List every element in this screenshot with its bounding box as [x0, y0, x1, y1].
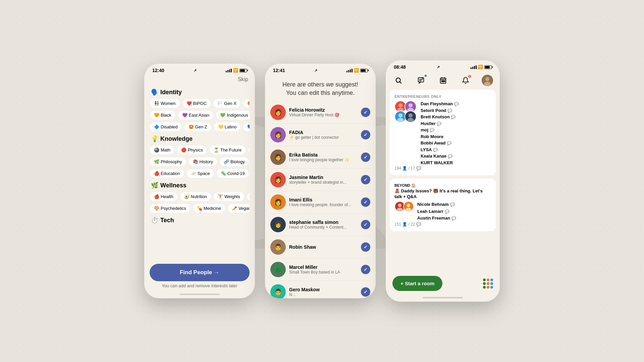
tag-medicine[interactable]: 💊Medicine	[193, 203, 225, 213]
battery-icon-1	[239, 69, 247, 72]
room-label-entrepreneurs: Entrepreneurs Only	[394, 95, 491, 99]
person-info-imani: Imani Ellis I love meeting people. found…	[289, 197, 358, 207]
time-3: 08:48	[394, 64, 406, 70]
check-imani[interactable]	[361, 197, 370, 207]
tag-east-asian[interactable]: 💜East Asian	[178, 110, 214, 120]
check-gero[interactable]	[361, 287, 370, 297]
identity-row-2: 🧡Black 💜East Asian 💚Indigenous	[150, 110, 250, 120]
tag-space[interactable]: 🪐Space	[186, 169, 214, 178]
tag-philosophy[interactable]: 🌿Philosophy	[150, 157, 186, 167]
tag-weights[interactable]: 🏋️Weights	[213, 192, 245, 201]
tag-health[interactable]: 🍎Health	[150, 192, 178, 201]
check-jasmine[interactable]	[361, 175, 370, 184]
person-info-erika: Erika Batista I love bringing people tog…	[289, 152, 358, 162]
notifications-button[interactable]: 3	[460, 74, 472, 86]
user-avatar[interactable]	[482, 75, 493, 86]
tag-biology[interactable]: 🧬Biology	[219, 157, 249, 167]
tag-black[interactable]: 🧡Black	[150, 110, 176, 120]
find-people-label: Find People →	[180, 269, 219, 276]
tag-disabled[interactable]: 🔷Disabled	[150, 122, 182, 132]
status-bar-3: 08:48 ↗ 🛜	[386, 60, 500, 72]
check-marcel[interactable]	[361, 265, 370, 274]
dot-1	[483, 279, 486, 281]
tag-latino[interactable]: 💛Latino	[214, 122, 241, 132]
person-bio-fadia: ⚡ go getter | dot connector	[289, 135, 358, 140]
beyond-p3: Austin Freeman 💬	[417, 215, 491, 222]
person-name-marcel: Marcel Miller	[289, 264, 358, 270]
start-room-button[interactable]: + Start a room	[392, 276, 442, 291]
knowledge-icon: 💡	[151, 135, 158, 142]
tag-psychedelics[interactable]: 🍄Psychedelics	[150, 203, 191, 213]
person-item-imani: 👩 Imani Ellis I love meeting people. fou…	[270, 191, 370, 214]
tag-physics[interactable]: 🔴Physics	[177, 145, 207, 155]
wellness-title: Wellness	[160, 182, 186, 189]
identity-row-3: 🔷Disabled 🤩Gen Z 💛Latino 💙S...	[150, 122, 250, 132]
person-name-fadia: FADIA	[289, 130, 358, 135]
wifi-icon-3: 🛜	[478, 65, 483, 69]
check-felicia[interactable]	[361, 108, 370, 117]
tag-indigenous[interactable]: 💚Indigenous	[216, 110, 250, 120]
search-button[interactable]	[392, 74, 405, 86]
person-name-robin: Robin Shaw	[289, 244, 358, 250]
dot-7	[483, 286, 486, 289]
tag-bipoc[interactable]: ❤️BIPOC	[182, 99, 211, 108]
person-info-robin: Robin Shaw	[289, 244, 358, 250]
tag-w4[interactable]: 🔥...	[247, 192, 250, 201]
tag-genx[interactable]: 🏳️Gen X	[213, 99, 241, 108]
person-bio-erika: I love bringing people together ✨	[289, 158, 358, 162]
entrepreneurs-p4: Hustler 💬	[421, 120, 491, 127]
identity-icon: 🗣️	[151, 88, 158, 96]
tag-ba[interactable]: 🎨Ba...	[243, 99, 250, 108]
person-name-stephanie: stephanie saffa simon	[289, 220, 358, 225]
svg-point-31	[407, 203, 411, 207]
svg-rect-9	[441, 81, 442, 82]
tag-nutrition[interactable]: 🥑Nutrition	[180, 192, 211, 201]
tag-history[interactable]: 📚History	[189, 157, 217, 167]
tag-veganism[interactable]: 🥕Veganism	[227, 203, 250, 213]
notif-count: 3	[468, 74, 472, 78]
status-bar-1: 12:40 ↗ 🛜	[144, 64, 255, 75]
calendar-button[interactable]	[437, 74, 449, 86]
dots-grid[interactable]	[483, 279, 493, 289]
avatar-erika: 👩	[270, 149, 286, 165]
avatar-marcel: 🌲	[270, 262, 286, 277]
phone2-content: Here are others we suggest! You can edit…	[265, 75, 376, 298]
svg-point-13	[485, 77, 489, 81]
person-list: 👩 Felicia Horowitz Virtual Dinner Party …	[265, 101, 376, 298]
person-name-felicia: Felicia Horowitz	[289, 107, 358, 113]
tag-future[interactable]: ⏳The Future	[209, 145, 246, 155]
listeners-count-beyond: 151 👤 / 22 💬	[394, 222, 421, 227]
check-stephanie[interactable]	[361, 220, 370, 229]
check-fadia[interactable]	[361, 130, 370, 139]
phone1-content: 🗣️ Identity 👫Women ❤️BIPOC 🏳️Gen X 🎨Ba..…	[144, 85, 255, 259]
signal-bars-1	[226, 69, 232, 72]
signal-bar-3	[229, 69, 230, 72]
check-robin[interactable]	[361, 242, 370, 252]
tag-s[interactable]: 💙S...	[243, 122, 250, 132]
knowledge-section-header: 💡 Knowledge	[150, 135, 250, 142]
phone-suggestions: 12:41 ↗ 🛜 Here are others we suggest! Yo…	[265, 64, 376, 298]
person-item-jasmine: 👩 Jasmine Martin storyteller + brand str…	[270, 169, 370, 191]
suggestions-header: Here are others we suggest! You can edit…	[265, 75, 376, 101]
room-card-beyond[interactable]: BEYOND 🏠 🧸 Daddy Issues? 🐻 It's a real t…	[390, 179, 496, 231]
tag-math[interactable]: 🎱Math	[150, 145, 175, 155]
tag-women[interactable]: 👫Women	[150, 99, 180, 108]
dot-8	[487, 286, 489, 289]
compose-button[interactable]	[415, 74, 427, 86]
find-people-button[interactable]: Find People →	[150, 264, 250, 281]
phones-container: 12:40 ↗ 🛜 Skip 🗣️ Identity	[144, 60, 500, 302]
tag-covid[interactable]: 🦠Covid-19	[216, 169, 249, 178]
svg-point-32	[406, 207, 412, 212]
check-erika[interactable]	[361, 153, 370, 162]
tag-k4[interactable]: 🔬...	[248, 145, 250, 155]
tag-genz[interactable]: 🤩Gen Z	[184, 122, 212, 132]
tag-education[interactable]: 🍎Education	[150, 169, 184, 178]
entrepreneurs-p3: Brett Knutson 💬	[421, 114, 491, 120]
room-card-entrepreneurs[interactable]: Entrepreneurs Only	[390, 90, 496, 175]
wellness-section-header: 🌿 Wellness	[150, 182, 250, 189]
status-icons-1: 🛜	[226, 68, 247, 73]
person-item-fadia: 👩 FADIA ⚡ go getter | dot connector	[270, 124, 370, 146]
beyond-p2: Leah Lamarr 💬	[417, 208, 491, 215]
skip-button[interactable]: Skip	[144, 75, 255, 85]
entrepreneurs-stats: 194 👤 / 17 💬	[394, 166, 491, 171]
